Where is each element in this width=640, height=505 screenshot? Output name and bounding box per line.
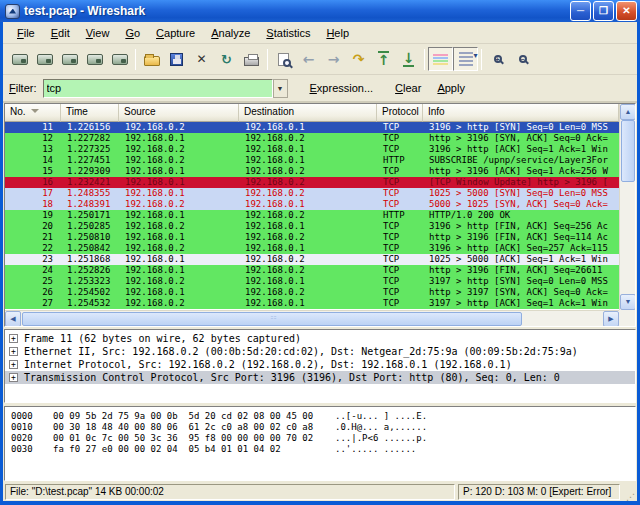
save-file-icon[interactable] [164,47,189,71]
menu-go[interactable]: Go [117,24,148,42]
cell-time: 1.227451 [61,155,119,166]
detail-row[interactable]: +Ethernet II, Src: 192.168.0.2 (00:0b:5d… [5,345,635,358]
packet-row[interactable]: 181.248391192.168.0.2192.168.0.1TCP5000 … [5,199,619,210]
scroll-up-arrow[interactable]: ▲ [620,104,636,120]
column-header-destination[interactable]: Destination [239,104,377,122]
zoom-out-icon[interactable]: − [510,47,535,71]
menu-statistics[interactable]: Statistics [258,24,318,42]
find-packet-icon[interactable] [271,47,296,71]
go-to-packet-icon[interactable]: ↷ [346,47,371,71]
packet-row[interactable]: 111.226156192.168.0.2192.168.0.1TCP3196 … [5,122,619,133]
filter-dropdown-button[interactable]: ▼ [273,79,288,98]
interface-list-icon[interactable] [7,47,32,71]
auto-scroll-icon[interactable] [453,47,478,71]
column-header-time[interactable]: Time [61,104,119,122]
packet-row[interactable]: 161.232421192.168.0.1192.168.0.2TCP[TCP … [5,177,619,188]
maximize-button[interactable]: ❐ [593,1,614,21]
packet-row[interactable]: 171.248355192.168.0.1192.168.0.2TCP1025 … [5,188,619,199]
title-bar[interactable]: test.pcap - Wireshark ─ ❐ ✕ [0,0,640,22]
capture-restart-icon[interactable] [107,47,132,71]
detail-row[interactable]: +Transmission Control Protocol, Src Port… [5,371,635,384]
apply-button[interactable]: Apply [433,80,469,96]
cell-dst: 192.168.0.2 [239,210,377,221]
packet-row[interactable]: 211.250810192.168.0.1192.168.0.2TCPhttp … [5,232,619,243]
go-back-icon[interactable]: ← [296,47,321,71]
expander-icon[interactable]: + [9,347,18,356]
menu-analyze[interactable]: Analyze [203,24,258,42]
colorize-icon[interactable] [428,47,453,71]
go-forward-icon[interactable]: → [321,47,346,71]
column-header-protocol[interactable]: Protocol [377,104,423,122]
hex-ascii: ...|.P<6 ......p. [335,433,427,444]
cell-proto: TCP [377,298,423,309]
detail-row[interactable]: +Frame 11 (62 bytes on wire, 62 bytes ca… [5,332,635,345]
menu-capture[interactable]: Capture [148,24,203,42]
scroll-right-arrow[interactable]: ▶ [603,311,619,327]
zoom-in-icon[interactable]: + [485,47,510,71]
cell-no: 11 [5,122,61,133]
menu-help[interactable]: Help [318,24,357,42]
close-button[interactable]: ✕ [616,1,637,21]
menu-view[interactable]: View [78,24,118,42]
hex-offset: 0030 [11,444,41,455]
scroll-left-arrow[interactable]: ◀ [5,311,21,327]
packet-row[interactable]: 241.252826192.168.0.1192.168.0.2TCPhttp … [5,265,619,276]
hscroll-thumb[interactable] [22,312,522,326]
clear-button[interactable]: Clear [391,80,425,96]
expander-icon[interactable]: + [9,334,18,343]
packet-row[interactable]: 151.229309192.168.0.1192.168.0.2TCPhttp … [5,166,619,177]
close-file-icon[interactable]: ✕ [189,47,214,71]
hex-row[interactable]: 002000 01 0c 7c 00 50 3c 36 95 f8 00 00 … [11,433,635,444]
packet-row[interactable]: 271.254532192.168.0.2192.168.0.1TCP3197 … [5,298,619,309]
hex-row[interactable]: 000000 09 5b 2d 75 9a 00 0b 5d 20 cd 02 … [11,411,635,422]
cell-info: [TCP Window Update] http > 3196 [ [423,177,619,188]
cell-info: 1025 > 5000 [SYN] Seq=0 Len=0 MSS [423,188,619,199]
print-icon[interactable] [239,47,264,71]
packet-list-hscrollbar[interactable]: ◀ ▶ [5,310,619,326]
packet-row[interactable]: 121.227282192.168.0.1192.168.0.2TCPhttp … [5,133,619,144]
packet-list-pane: No.TimeSourceDestinationProtocolInfo 111… [4,103,636,327]
hex-row[interactable]: 0030fa f0 27 e0 00 00 02 04 05 b4 01 01 … [11,444,635,455]
expression-button[interactable]: Expression... [306,80,378,96]
column-header-no[interactable]: No. [5,104,61,122]
cell-src: 192.168.0.1 [119,166,239,177]
cell-src: 192.168.0.2 [119,144,239,155]
cell-no: 26 [5,287,61,298]
expander-icon[interactable]: + [9,360,18,369]
vscroll-thumb[interactable] [621,120,635,182]
hex-row[interactable]: 001000 30 18 48 40 00 80 06 61 2c c0 a8 … [11,422,635,433]
reload-icon[interactable]: ↻ [214,47,239,71]
resize-grip[interactable] [623,484,635,500]
column-header-info[interactable]: Info [423,104,619,122]
cell-dst: 192.168.0.1 [239,144,377,155]
menu-edit[interactable]: Edit [43,24,78,42]
scroll-down-arrow[interactable]: ▼ [620,294,636,310]
packet-row[interactable]: 251.253323192.168.0.2192.168.0.1TCP3197 … [5,276,619,287]
packet-row[interactable]: 191.250171192.168.0.1192.168.0.2HTTPHTTP… [5,210,619,221]
filter-input[interactable] [43,79,273,98]
capture-stop-icon[interactable] [82,47,107,71]
cell-no: 21 [5,232,61,243]
hex-bytes: fa f0 27 e0 00 00 02 04 05 b4 01 01 04 0… [53,444,331,455]
capture-start-icon[interactable] [57,47,82,71]
packet-row[interactable]: 201.250285192.168.0.2192.168.0.1TCP3196 … [5,221,619,232]
cell-dst: 192.168.0.1 [239,243,377,254]
capture-options-icon[interactable] [32,47,57,71]
packet-row[interactable]: 141.227451192.168.0.2192.168.0.1HTTPSUBS… [5,155,619,166]
minimize-button[interactable]: ─ [570,1,591,21]
cell-time: 1.254502 [61,287,119,298]
expander-icon[interactable]: + [9,373,18,382]
packet-row[interactable]: 261.254502192.168.0.1192.168.0.2TCPhttp … [5,287,619,298]
packet-row[interactable]: 131.227325192.168.0.2192.168.0.1TCP3196 … [5,144,619,155]
detail-row[interactable]: +Internet Protocol, Src: 192.168.0.2 (19… [5,358,635,371]
packet-row[interactable]: 221.250842192.168.0.2192.168.0.1TCP3196 … [5,243,619,254]
packet-row[interactable]: 231.251868192.168.0.1192.168.0.2TCP1025 … [5,254,619,265]
window-title: test.pcap - Wireshark [24,4,568,18]
open-file-icon[interactable] [139,47,164,71]
go-to-top-icon[interactable]: ↑ [371,47,396,71]
packet-list-vscrollbar[interactable]: ▲ ▼ [619,104,635,310]
menu-file[interactable]: File [9,24,43,42]
go-to-bottom-icon[interactable]: ↓ [396,47,421,71]
column-header-source[interactable]: Source [119,104,239,122]
cell-info: 3196 > http [SYN] Seq=0 Len=0 MSS [423,122,619,133]
